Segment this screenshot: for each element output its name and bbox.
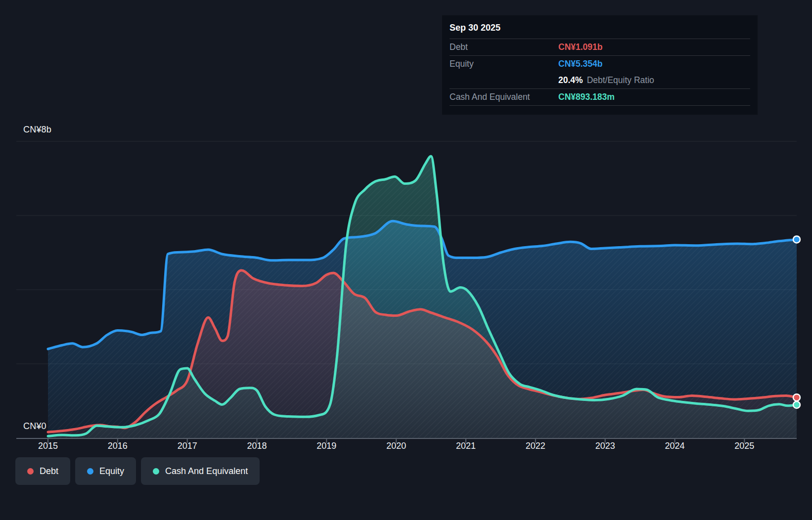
x-axis-tick-label: 2025 [723,441,765,451]
tooltip-row-debt: Debt CN¥1.091b [450,39,750,55]
x-axis-tick-label: 2024 [654,441,696,451]
y-axis-label-zero: CN¥0 [23,421,46,432]
tooltip-debt-value: CN¥1.091b [558,42,603,52]
tooltip-row-equity: Equity CN¥5.354b [450,55,750,72]
x-axis-tick-label: 2023 [585,441,626,451]
tooltip-debt-label: Debt [450,42,558,52]
x-axis-tick-label: 2016 [97,441,138,451]
x-axis-tick-label: 2017 [167,441,208,451]
end-marker-debt [793,394,800,401]
tooltip-row-cash: Cash And Equivalent CN¥893.183m [450,88,750,105]
y-axis-label-top: CN¥8b [23,125,51,135]
x-axis-tick-label: 2019 [306,441,347,451]
tooltip-date: Sep 30 2025 [442,15,758,39]
legend-equity-label: Equity [99,466,124,477]
legend-item-debt[interactable]: Debt [15,457,70,485]
chart-legend: Debt Equity Cash And Equivalent [15,457,260,485]
legend-cash-label: Cash And Equivalent [165,466,248,477]
x-axis-tick-label: 2021 [445,441,487,451]
tooltip-cash-label: Cash And Equivalent [450,92,558,102]
equity-dot-icon [87,468,93,475]
debt-dot-icon [27,468,34,475]
x-axis-tick-label: 2018 [236,441,278,451]
tooltip-equity-value: CN¥5.354b [558,59,603,69]
tooltip-panel: Sep 30 2025 Debt CN¥1.091b Equity CN¥5.3… [442,15,758,115]
end-marker-equity [793,236,800,243]
cash-dot-icon [153,468,159,475]
debt-equity-ratio-value: 20.4% [558,75,583,85]
x-axis-tick-label: 2015 [27,441,69,451]
tooltip-equity-label: Equity [450,59,558,69]
legend-item-cash[interactable]: Cash And Equivalent [141,457,260,485]
legend-debt-label: Debt [40,466,58,477]
tooltip-bottom-divider [450,105,750,115]
end-marker-cash-and-equivalent [793,401,800,408]
tooltip-cash-value: CN¥893.183m [558,92,615,102]
debt-equity-ratio-label: Debt/Equity Ratio [587,75,654,85]
x-axis-tick-label: 2020 [375,441,417,451]
debt-equity-chart-page: CN¥8b CN¥0 20152016201720182019202020212… [0,0,812,520]
tooltip-row-ratio: 20.4%Debt/Equity Ratio [450,72,750,88]
legend-item-equity[interactable]: Equity [75,457,136,485]
x-axis-tick-label: 2022 [515,441,556,451]
